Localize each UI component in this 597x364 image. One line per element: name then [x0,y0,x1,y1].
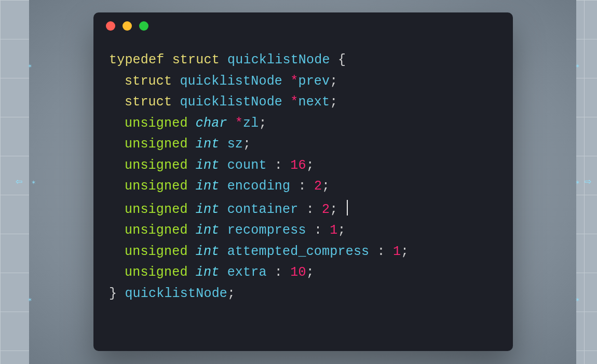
field-extra: extra [227,265,267,280]
window-titlebar [93,12,513,39]
field-recompress: recompress [227,223,306,238]
kw-struct: struct [125,74,172,89]
struct-name: quicklistNode [227,52,330,68]
field-next: next [298,95,330,110]
field-encoding: encoding [227,179,291,194]
kw-struct: struct [125,95,172,110]
field-attempted-compress: attempted_compress [227,244,370,259]
zoom-icon[interactable] [139,21,148,31]
field-prev: prev [298,74,330,89]
code-block: typedef struct quicklistNode { struct qu… [93,39,513,320]
field-zl: zl [243,116,259,131]
typedef-alias: quicklistNode [125,286,227,301]
field-count: count [227,158,267,173]
field-container: container [227,202,298,217]
text-cursor [347,200,348,215]
close-icon[interactable] [106,21,115,31]
kw-typedef: typedef [109,52,164,68]
field-sz: sz [227,137,243,152]
minimize-icon[interactable] [123,21,132,31]
code-window: typedef struct quicklistNode { struct qu… [93,12,513,351]
kw-struct: struct [172,52,220,68]
